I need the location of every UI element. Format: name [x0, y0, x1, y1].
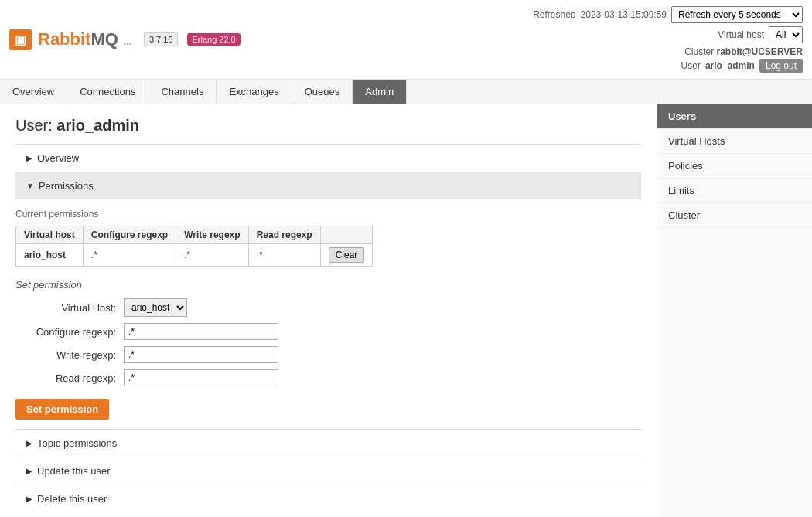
logo-mq: MQ: [90, 29, 118, 49]
nav-connections[interactable]: Connections: [67, 80, 148, 104]
chevron-right-icon-3: ▶: [26, 467, 32, 475]
current-permissions-label: Current permissions: [15, 209, 641, 219]
permissions-label: Permissions: [39, 180, 94, 192]
chevron-down-icon: ▼: [26, 182, 34, 190]
erlang-badge: Erlang 22.0: [187, 33, 240, 46]
nav: Overview Connections Channels Exchanges …: [0, 80, 812, 104]
topic-permissions-section: ▶ Topic permissions: [15, 429, 641, 457]
refreshed-value: 2023-03-13 15:09:59: [581, 9, 667, 20]
update-user-section: ▶ Update this user: [15, 457, 641, 485]
vhost-form-label: Virtual Host:: [15, 302, 116, 314]
vhost-form-select[interactable]: ario_host: [124, 298, 187, 317]
cell-clear: Clear: [320, 244, 373, 267]
page-title: User: ario_admin: [15, 117, 641, 134]
topic-permissions-header[interactable]: ▶ Topic permissions: [15, 430, 641, 457]
configure-input[interactable]: [124, 323, 278, 340]
cell-write: .*: [176, 244, 248, 267]
logo-area: ▣ RabbitMQ ... 3.7.16 Erlang 22.0: [9, 29, 241, 50]
cell-vhost: ario_host: [16, 244, 84, 267]
overview-label: Overview: [37, 152, 79, 164]
nav-admin[interactable]: Admin: [353, 80, 407, 104]
read-input[interactable]: [124, 369, 278, 386]
overview-header[interactable]: ▶ Overview: [15, 145, 641, 172]
cell-configure: .*: [83, 244, 176, 267]
main: User: ario_admin ▶ Overview ▼ Permission…: [0, 104, 812, 517]
table-row: ario_host .* .* .* Clear: [16, 244, 373, 267]
delete-user-header[interactable]: ▶ Delete this user: [15, 485, 641, 512]
vhost-row: Virtual host All: [533, 26, 803, 43]
logo-icon: ▣: [9, 29, 32, 50]
overview-section: ▶ Overview: [15, 144, 641, 172]
col-vhost: Virtual host: [16, 226, 84, 244]
col-write: Write regexp: [176, 226, 248, 244]
read-form-label: Read regexp:: [15, 372, 116, 384]
logo-dot: ...: [123, 36, 131, 47]
chevron-right-icon-4: ▶: [26, 495, 32, 503]
chevron-right-icon: ▶: [26, 154, 32, 162]
sidebar-item-limits[interactable]: Limits: [657, 179, 812, 203]
nav-queues[interactable]: Queues: [292, 80, 353, 104]
nav-overview[interactable]: Overview: [0, 80, 67, 104]
col-configure: Configure regexp: [83, 226, 176, 244]
user-value: ario_admin: [705, 60, 755, 71]
nav-channels[interactable]: Channels: [148, 80, 217, 104]
write-input[interactable]: [124, 346, 278, 363]
configure-form-row: Configure regexp:: [15, 323, 641, 340]
write-form-row: Write regexp:: [15, 346, 641, 363]
permissions-table: Virtual host Configure regexp Write rege…: [15, 226, 373, 267]
content: User: ario_admin ▶ Overview ▼ Permission…: [0, 104, 657, 517]
cell-read: .*: [248, 244, 320, 267]
delete-user-label: Delete this user: [37, 493, 107, 505]
refresh-select[interactable]: Refresh every 5 seconds Refresh every 10…: [671, 6, 803, 23]
col-read: Read regexp: [248, 226, 320, 244]
sidebar-item-policies[interactable]: Policies: [657, 154, 812, 179]
sidebar: Users Virtual Hosts Policies Limits Clus…: [657, 104, 812, 517]
update-user-header[interactable]: ▶ Update this user: [15, 457, 641, 485]
write-form-label: Write regexp:: [15, 349, 116, 361]
vhost-select[interactable]: All: [769, 26, 803, 43]
user-row: User ario_admin Log out: [533, 59, 803, 73]
read-form-row: Read regexp:: [15, 369, 641, 386]
topic-permissions-label: Topic permissions: [37, 437, 117, 449]
header: ▣ RabbitMQ ... 3.7.16 Erlang 22.0 Refres…: [0, 0, 812, 80]
set-permission-form: Virtual Host: ario_host Configure regexp…: [15, 298, 641, 420]
chevron-right-icon-2: ▶: [26, 439, 32, 447]
logout-button[interactable]: Log out: [759, 59, 803, 73]
logo-text: RabbitMQ ...: [38, 29, 131, 49]
refresh-row: Refreshed 2023-03-13 15:09:59 Refresh ev…: [533, 6, 803, 23]
set-permission-label: Set permission: [15, 279, 641, 291]
update-user-label: Update this user: [37, 465, 111, 477]
cluster-row: Cluster rabbit@UCSERVER: [533, 46, 803, 57]
vhost-form-row: Virtual Host: ario_host: [15, 298, 641, 317]
sidebar-item-virtual-hosts[interactable]: Virtual Hosts: [657, 129, 812, 154]
cluster-label: Cluster: [684, 46, 714, 57]
clear-button[interactable]: Clear: [329, 247, 365, 263]
vhost-label: Virtual host: [718, 29, 764, 40]
permissions-section: ▼ Permissions Current permissions Virtua…: [15, 172, 641, 429]
sidebar-item-users[interactable]: Users: [657, 104, 812, 129]
sidebar-item-cluster[interactable]: Cluster: [657, 203, 812, 228]
col-action: [320, 226, 373, 244]
user-label: User: [681, 60, 701, 71]
permissions-body: Current permissions Virtual host Configu…: [15, 199, 641, 429]
delete-user-section: ▶ Delete this user: [15, 485, 641, 512]
logo-rabbit: Rabbit: [38, 29, 90, 49]
header-right: Refreshed 2023-03-13 15:09:59 Refresh ev…: [533, 6, 803, 73]
version-badge: 3.7.16: [144, 32, 179, 46]
permissions-header[interactable]: ▼ Permissions: [15, 172, 641, 199]
configure-form-label: Configure regexp:: [15, 326, 116, 338]
set-permission-button[interactable]: Set permission: [15, 399, 109, 420]
cluster-value: rabbit@UCSERVER: [717, 46, 803, 57]
nav-exchanges[interactable]: Exchanges: [217, 80, 292, 104]
refreshed-label: Refreshed: [533, 9, 575, 20]
